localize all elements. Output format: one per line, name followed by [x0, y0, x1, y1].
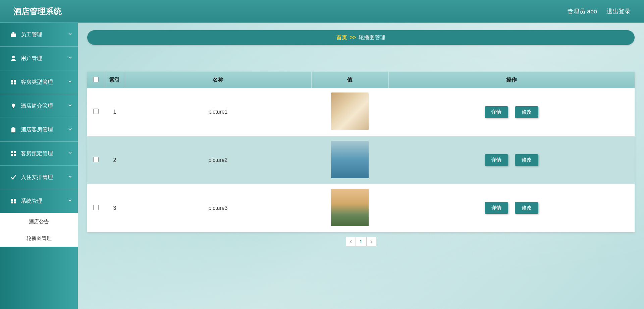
svg-rect-6 — [14, 82, 16, 84]
data-table: 索引 名称 值 操作 1 picture1 详情 — [87, 72, 635, 232]
sidebar-item-checkin[interactable]: 入住安排管理 — [0, 166, 78, 189]
thumbnail-image — [331, 189, 369, 226]
chevron-down-icon — [68, 57, 72, 60]
clipboard-icon — [11, 127, 16, 132]
svg-rect-1 — [12, 32, 14, 34]
grid-icon — [11, 151, 16, 156]
edit-button[interactable]: 修改 — [515, 154, 538, 166]
table-row: 3 picture3 详情 修改 — [87, 184, 635, 232]
submenu: 酒店公告 轮播图管理 — [0, 213, 78, 247]
svg-rect-11 — [11, 151, 13, 153]
cell-index: 1 — [105, 88, 125, 136]
header-right: 管理员 abo 退出登录 — [567, 7, 631, 15]
edit-button[interactable]: 修改 — [515, 106, 538, 118]
sidebar-item-booking[interactable]: 客房预定管理 — [0, 142, 78, 166]
chevron-down-icon — [68, 176, 72, 179]
sidebar: 员工管理 用户管理 客房类型管理 — [0, 23, 78, 309]
svg-rect-18 — [14, 201, 16, 203]
user-icon — [11, 56, 16, 61]
detail-button[interactable]: 详情 — [485, 202, 508, 214]
svg-rect-10 — [12, 127, 14, 128]
select-all-checkbox[interactable] — [93, 77, 99, 82]
svg-rect-4 — [14, 80, 16, 82]
pagination: 1 — [87, 237, 635, 246]
row-checkbox[interactable] — [93, 109, 99, 114]
briefcase-icon — [11, 32, 16, 37]
chevron-down-icon — [68, 80, 72, 84]
table-row: 1 picture1 详情 修改 — [87, 88, 635, 136]
svg-rect-17 — [11, 201, 13, 203]
sidebar-item-staff[interactable]: 员工管理 — [0, 23, 78, 47]
svg-rect-13 — [11, 154, 13, 156]
breadcrumb-separator: >> — [350, 35, 356, 41]
sidebar-item-label: 系统管理 — [21, 198, 42, 205]
svg-rect-3 — [11, 80, 13, 82]
svg-rect-12 — [14, 151, 16, 153]
table-header-row: 索引 名称 值 操作 — [87, 72, 635, 88]
page-next-button[interactable] — [366, 237, 376, 246]
sidebar-item-label: 员工管理 — [21, 31, 42, 38]
svg-rect-9 — [11, 128, 15, 132]
thumbnail-image — [331, 141, 369, 178]
svg-rect-14 — [14, 154, 16, 156]
breadcrumb-current: 轮播图管理 — [359, 34, 385, 41]
svg-rect-16 — [14, 199, 16, 201]
svg-rect-8 — [13, 107, 14, 108]
row-checkbox[interactable] — [93, 205, 99, 210]
header-name: 名称 — [125, 72, 311, 88]
breadcrumb: 首页 >> 轮播图管理 — [87, 30, 635, 45]
app-title: 酒店管理系统 — [13, 6, 62, 17]
sidebar-item-label: 酒店客房管理 — [21, 126, 53, 133]
header-action: 操作 — [388, 72, 635, 88]
chevron-down-icon — [68, 152, 72, 155]
header-index: 索引 — [105, 72, 125, 88]
sidebar-item-label: 酒店简介管理 — [21, 103, 53, 110]
svg-rect-5 — [11, 82, 13, 84]
sidebar-item-hotel-intro[interactable]: 酒店简介管理 — [0, 94, 78, 118]
header: 酒店管理系统 管理员 abo 退出登录 — [0, 0, 644, 23]
submenu-item-notice[interactable]: 酒店公告 — [0, 213, 78, 230]
grid-icon — [11, 79, 16, 85]
user-label[interactable]: 管理员 abo — [567, 7, 597, 15]
submenu-item-carousel[interactable]: 轮播图管理 — [0, 230, 78, 247]
chevron-down-icon — [68, 199, 72, 203]
page-number[interactable]: 1 — [356, 237, 366, 246]
sidebar-item-label: 客房类型管理 — [21, 79, 53, 86]
chevron-down-icon — [68, 104, 72, 108]
sidebar-item-system[interactable]: 系统管理 — [0, 189, 78, 213]
cell-name: picture3 — [125, 184, 311, 232]
cell-name: picture2 — [125, 136, 311, 184]
main-content: 首页 >> 轮播图管理 索引 名称 值 操作 — [78, 23, 644, 309]
logout-link[interactable]: 退出登录 — [606, 7, 631, 15]
page-prev-button[interactable] — [346, 237, 356, 246]
header-checkbox-cell — [87, 72, 105, 88]
header-value: 值 — [311, 72, 388, 88]
svg-rect-0 — [11, 34, 16, 37]
table-row: 2 picture2 详情 修改 — [87, 136, 635, 184]
svg-rect-15 — [11, 199, 13, 201]
cell-index: 3 — [105, 184, 125, 232]
grid-icon — [11, 198, 16, 204]
detail-button[interactable]: 详情 — [485, 106, 508, 118]
edit-button[interactable]: 修改 — [515, 202, 538, 214]
check-icon — [11, 175, 16, 180]
sidebar-item-hotel-room[interactable]: 酒店客房管理 — [0, 118, 78, 142]
svg-point-2 — [12, 56, 15, 58]
chevron-down-icon — [68, 33, 72, 36]
sidebar-item-users[interactable]: 用户管理 — [0, 47, 78, 70]
svg-point-7 — [12, 104, 15, 107]
thumbnail-image — [331, 92, 369, 130]
chevron-down-icon — [68, 128, 72, 131]
sidebar-item-room-type[interactable]: 客房类型管理 — [0, 70, 78, 94]
detail-button[interactable]: 详情 — [485, 154, 508, 166]
bulb-icon — [11, 103, 16, 109]
cell-index: 2 — [105, 136, 125, 184]
row-checkbox[interactable] — [93, 157, 99, 162]
sidebar-item-label: 用户管理 — [21, 55, 42, 62]
breadcrumb-home[interactable]: 首页 — [336, 34, 347, 41]
sidebar-item-label: 客房预定管理 — [21, 150, 53, 157]
sidebar-item-label: 入住安排管理 — [21, 174, 53, 181]
cell-name: picture1 — [125, 88, 311, 136]
